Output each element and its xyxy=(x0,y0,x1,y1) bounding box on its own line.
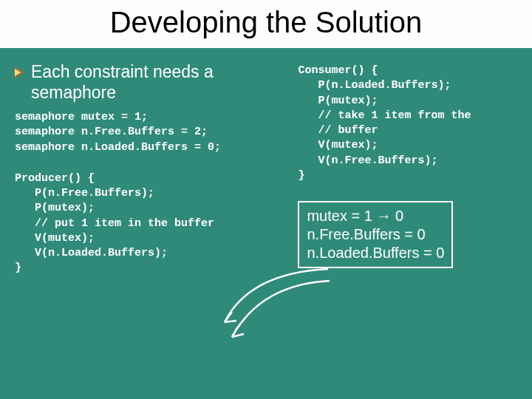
producer-code: Producer() { P(n.Free.Buffers); P(mutex)… xyxy=(15,171,293,276)
diamond-bullet-icon xyxy=(15,66,24,78)
code-line: P(mutex); xyxy=(15,202,95,214)
code-line: semaphore n.Loaded.Buffers = 0; xyxy=(15,141,221,154)
state-box: mutex = 1 → 0 n.Free.Buffers = 0 n.Loade… xyxy=(298,201,453,268)
code-line: } xyxy=(15,262,21,274)
semaphore-declarations: semaphore mutex = 1; semaphore n.Free.Bu… xyxy=(15,110,293,155)
state-line: mutex = 1 → 0 xyxy=(307,207,444,225)
state-line: n.Loaded.Buffers = 0 xyxy=(307,244,444,262)
code-line: V(mutex); xyxy=(298,139,378,151)
bullet-text: Each constraint needs a semaphore xyxy=(31,62,293,103)
code-line: P(n.Free.Buffers); xyxy=(15,187,154,200)
code-line: // buffer xyxy=(298,124,378,137)
code-line: P(mutex); xyxy=(298,95,378,107)
slide-title: Developing the Solution xyxy=(0,0,532,49)
code-line: V(n.Free.Buffers); xyxy=(298,154,437,167)
arrow-annotation-icon xyxy=(217,263,343,352)
consumer-code: Consumer() { P(n.Loaded.Buffers); P(mute… xyxy=(298,64,517,183)
code-line: // take 1 item from the xyxy=(298,109,471,122)
left-column: Each constraint needs a semaphore semaph… xyxy=(15,62,293,276)
code-line: semaphore n.Free.Buffers = 2; xyxy=(15,126,208,138)
state-line: n.Free.Buffers = 0 xyxy=(307,225,444,244)
bullet-item: Each constraint needs a semaphore xyxy=(15,62,293,103)
slide-body: Each constraint needs a semaphore semaph… xyxy=(0,49,532,276)
code-line: // put 1 item in the buffer xyxy=(15,217,214,230)
code-line: } xyxy=(298,169,304,182)
right-column: Consumer() { P(n.Loaded.Buffers); P(mute… xyxy=(298,62,517,276)
columns: Each constraint needs a semaphore semaph… xyxy=(15,62,517,276)
code-line: V(mutex); xyxy=(15,232,95,245)
slide: Developing the Solution Each constraint … xyxy=(0,0,532,399)
code-line: V(n.Loaded.Buffers); xyxy=(15,247,168,259)
code-line: Producer() { xyxy=(15,172,95,185)
code-line: P(n.Loaded.Buffers); xyxy=(298,79,451,92)
code-line: Consumer() { xyxy=(298,64,378,77)
code-line: semaphore mutex = 1; xyxy=(15,111,148,123)
